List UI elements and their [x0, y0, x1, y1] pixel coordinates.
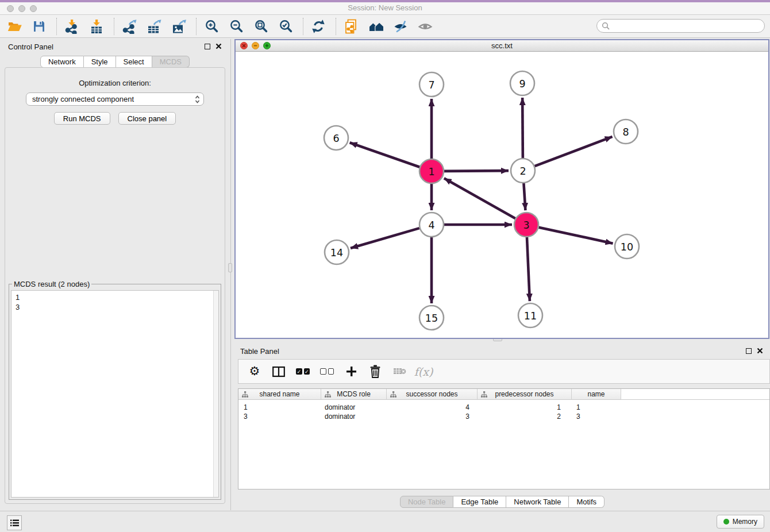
- main-toolbar: [0, 15, 770, 38]
- graph-edge-1-2[interactable]: [444, 171, 509, 171]
- show-graphics-icon[interactable]: [415, 17, 435, 36]
- tab-edge-table[interactable]: Edge Table: [453, 496, 506, 508]
- graph-node-15[interactable]: 15: [419, 306, 444, 330]
- refresh-layout-icon[interactable]: [309, 17, 328, 36]
- zoom-fit-icon[interactable]: [251, 17, 271, 36]
- optimization-criterion-value: strongly connected component: [32, 95, 134, 103]
- table-row[interactable]: 3 dominator 3 2 3: [238, 412, 769, 421]
- graph-node-label: 2: [519, 165, 526, 177]
- column-header-predecessor-nodes[interactable]: predecessor nodes: [478, 389, 572, 400]
- close-panel-button[interactable]: Close panel: [118, 112, 176, 125]
- graph-node-3[interactable]: 3: [514, 213, 538, 237]
- panel-splitter[interactable]: [230, 39, 231, 510]
- cell-successor-nodes[interactable]: 3: [387, 413, 478, 421]
- graph-edge-3-10[interactable]: [538, 228, 613, 244]
- cell-shared-name[interactable]: 3: [238, 413, 321, 421]
- column-header-mcds-role[interactable]: MCDS role: [321, 389, 387, 400]
- import-table-icon[interactable]: [87, 17, 106, 36]
- memory-status-icon: [723, 519, 729, 525]
- table-row[interactable]: 1 dominator 4 1 1: [238, 403, 769, 412]
- export-table-icon[interactable]: [144, 17, 164, 36]
- mcds-result-scrollbar[interactable]: [213, 291, 218, 497]
- table-panel-close-icon[interactable]: [757, 348, 763, 354]
- network-graph[interactable]: 7968124314101511: [236, 52, 768, 338]
- graph-node-14[interactable]: 14: [325, 240, 349, 264]
- column-header-successor-nodes[interactable]: successor nodes: [387, 389, 478, 400]
- tab-node-table[interactable]: Node Table: [400, 496, 454, 508]
- add-column-icon[interactable]: [344, 364, 358, 379]
- column-header-shared-name[interactable]: shared name: [238, 389, 321, 400]
- save-session-icon[interactable]: [29, 17, 49, 36]
- graph-edge-3-11[interactable]: [527, 237, 530, 301]
- mcds-result-list[interactable]: 1 3: [11, 290, 219, 498]
- graph-node-10[interactable]: 10: [615, 234, 639, 259]
- vertical-splitter-handle[interactable]: [228, 263, 232, 272]
- zoom-in-icon[interactable]: [202, 17, 221, 36]
- table-settings-gear-icon[interactable]: ⚙: [248, 364, 261, 379]
- export-image-icon[interactable]: [169, 17, 188, 36]
- graph-node-8[interactable]: 8: [614, 119, 638, 144]
- optimization-criterion-select[interactable]: strongly connected component: [26, 92, 204, 106]
- function-builder-icon-disabled: f(x): [417, 364, 430, 379]
- cell-predecessor-nodes[interactable]: 1: [478, 403, 572, 411]
- cell-shared-name[interactable]: 1: [238, 403, 321, 411]
- node-table-body: 1 dominator 4 1 1 3 dominator 3 2 3: [238, 400, 769, 421]
- graph-node-11[interactable]: 11: [518, 303, 542, 327]
- cell-mcds-role[interactable]: dominator: [321, 413, 387, 421]
- frame-minimize-icon[interactable]: [252, 42, 259, 49]
- table-panel-float-icon[interactable]: [746, 348, 752, 354]
- tab-network[interactable]: Network: [40, 56, 84, 68]
- task-history-button[interactable]: [7, 515, 22, 530]
- tab-motifs[interactable]: Motifs: [569, 496, 605, 508]
- import-network-icon[interactable]: [62, 17, 82, 36]
- toggle-panel-columns-icon[interactable]: [272, 364, 286, 379]
- cell-mcds-role[interactable]: dominator: [321, 403, 387, 411]
- cell-successor-nodes[interactable]: 4: [387, 403, 478, 411]
- status-bar: Memory: [0, 511, 770, 532]
- column-header-name[interactable]: name: [572, 389, 621, 400]
- graph-node-2[interactable]: 2: [511, 159, 535, 183]
- zoom-selected-icon[interactable]: [276, 17, 295, 36]
- graph-edge-1-6[interactable]: [350, 142, 420, 167]
- graph-edge-2-9[interactable]: [522, 98, 523, 158]
- graph-node-4[interactable]: 4: [419, 213, 444, 237]
- graph-edge-3-1[interactable]: [444, 178, 515, 218]
- search-input[interactable]: [610, 20, 764, 32]
- cell-predecessor-nodes[interactable]: 2: [478, 413, 572, 421]
- control-panel-float-icon[interactable]: [205, 44, 210, 49]
- network-view-frame: scc.txt 7968124314101511: [234, 39, 769, 339]
- home-layout-icon[interactable]: [366, 17, 386, 36]
- run-mcds-button[interactable]: Run MCDS: [54, 112, 110, 125]
- graph-edge-2-8[interactable]: [535, 137, 613, 166]
- graph-node-7[interactable]: 7: [419, 72, 444, 97]
- export-network-icon[interactable]: [120, 17, 139, 36]
- memory-label: Memory: [733, 518, 757, 526]
- graph-node-1[interactable]: 1: [419, 159, 444, 183]
- tab-network-table[interactable]: Network Table: [506, 496, 569, 508]
- graph-node-6[interactable]: 6: [324, 126, 348, 150]
- select-all-icon[interactable]: ✓✓: [296, 364, 310, 379]
- frame-maximize-icon[interactable]: [263, 42, 271, 49]
- network-frame-titlebar[interactable]: scc.txt: [236, 40, 768, 52]
- cell-name[interactable]: 3: [572, 413, 621, 421]
- zoom-out-icon[interactable]: [226, 17, 246, 36]
- cell-name[interactable]: 1: [572, 403, 621, 411]
- network-canvas[interactable]: 7968124314101511: [236, 52, 768, 338]
- deselect-all-icon[interactable]: [320, 364, 334, 379]
- graph-edge-2-3[interactable]: [523, 183, 525, 210]
- tab-select[interactable]: Select: [116, 56, 152, 68]
- memory-button[interactable]: Memory: [717, 515, 764, 529]
- graph-edge-4-14[interactable]: [351, 228, 419, 248]
- graph-node-label: 10: [621, 241, 633, 253]
- search-field[interactable]: [596, 19, 765, 33]
- control-panel-close-icon[interactable]: [215, 43, 222, 49]
- clone-network-icon[interactable]: [341, 17, 361, 36]
- hide-graphics-icon[interactable]: [391, 17, 410, 36]
- tab-mcds[interactable]: MCDS: [152, 56, 190, 68]
- frame-close-icon[interactable]: [240, 42, 248, 49]
- mcds-result-line: 1: [16, 292, 218, 302]
- tab-style[interactable]: Style: [84, 56, 116, 68]
- graph-node-9[interactable]: 9: [510, 71, 534, 95]
- delete-rows-trash-icon[interactable]: [368, 364, 382, 379]
- open-session-icon[interactable]: [5, 17, 24, 36]
